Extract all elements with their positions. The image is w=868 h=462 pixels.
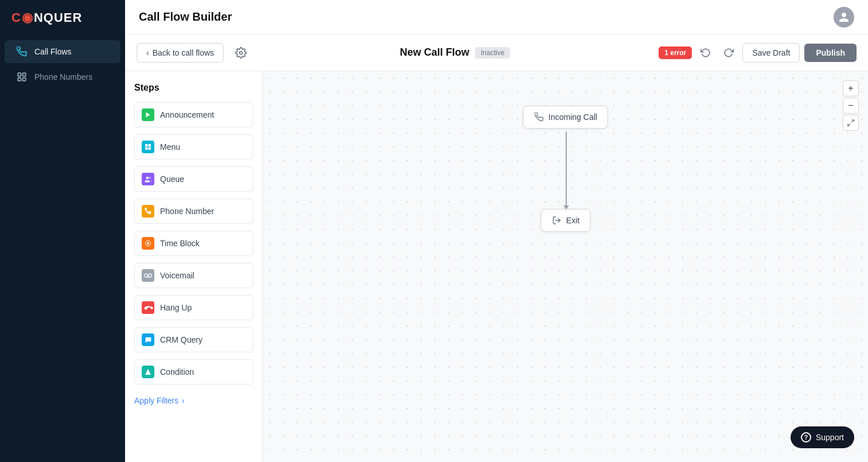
svg-marker-15 — [145, 369, 151, 375]
sidebar-item-label-call-flows: Call Flows — [34, 47, 72, 56]
main-content: Call Flow Builder ‹ Back to call flows N… — [125, 0, 868, 462]
fullscreen-button[interactable] — [843, 115, 859, 131]
svg-point-13 — [149, 274, 152, 277]
svg-rect-5 — [145, 144, 148, 147]
flow-canvas[interactable]: Incoming Call Exit + − — [263, 71, 868, 462]
svg-marker-4 — [146, 112, 150, 118]
sidebar-item-label-phone-numbers: Phone Numbers — [34, 72, 92, 81]
svg-rect-0 — [18, 73, 21, 76]
incoming-call-label: Incoming Call — [548, 112, 597, 122]
toolbar-center: New Call Flow Inactive — [258, 46, 652, 59]
support-label: Support — [816, 433, 844, 442]
apply-filters-button[interactable]: Apply Filters › — [134, 394, 253, 407]
save-draft-button[interactable]: Save Draft — [742, 43, 800, 63]
sidebar-nav: Call Flows Phone Numbers — [0, 36, 125, 93]
steps-title: Steps — [134, 83, 253, 93]
sidebar-item-phone-numbers[interactable]: Phone Numbers — [5, 65, 120, 88]
menu-icon — [142, 141, 154, 153]
announcement-icon — [142, 108, 154, 121]
exit-node-label: Exit — [566, 216, 579, 225]
toolbar-right: 1 error Save Draft Publish — [659, 43, 857, 63]
logo-text: C◉NQUER — [11, 10, 82, 25]
user-avatar[interactable] — [834, 7, 854, 28]
crm-query-icon — [142, 333, 154, 346]
support-icon: ? — [801, 432, 811, 442]
settings-button[interactable] — [231, 42, 251, 63]
redo-button[interactable] — [719, 44, 738, 62]
svg-line-18 — [848, 123, 850, 126]
grid-icon — [16, 71, 28, 83]
toolbar: ‹ Back to call flows New Call Flow Inact… — [125, 34, 868, 71]
page-title: Call Flow Builder — [139, 10, 834, 24]
step-condition-label: Condition — [160, 367, 194, 376]
sidebar: C◉NQUER Call Flows Phone Numbers — [0, 0, 125, 462]
step-time-block-label: Time Block — [160, 239, 200, 248]
step-menu[interactable]: Menu — [134, 134, 253, 160]
svg-rect-2 — [18, 78, 21, 81]
zoom-controls: + − — [843, 80, 859, 131]
flow-connector — [566, 131, 567, 209]
step-crm-query-label: CRM Query — [160, 335, 203, 344]
publish-button[interactable]: Publish — [804, 44, 857, 62]
step-phone-number[interactable]: Phone Number — [134, 199, 253, 224]
zoom-out-button[interactable]: − — [843, 98, 859, 114]
hang-up-icon — [142, 301, 154, 314]
sidebar-item-call-flows[interactable]: Call Flows — [5, 40, 120, 63]
voicemail-icon — [142, 269, 154, 282]
svg-rect-8 — [149, 147, 151, 150]
step-hang-up-label: Hang Up — [160, 303, 192, 312]
steps-panel: Steps Announcement Menu Queue — [125, 71, 263, 462]
logo: C◉NQUER — [0, 0, 125, 36]
step-menu-label: Menu — [160, 142, 180, 152]
svg-point-11 — [147, 242, 149, 244]
phone-icon — [16, 46, 28, 57]
canvas-area: Steps Announcement Menu Queue — [125, 71, 868, 462]
topbar: Call Flow Builder — [125, 0, 868, 34]
step-phone-number-label: Phone Number — [160, 207, 214, 216]
chevron-left-icon: ‹ — [146, 48, 149, 57]
apply-filters-label: Apply Filters — [134, 396, 178, 405]
exit-node[interactable]: Exit — [540, 209, 590, 232]
time-block-icon — [142, 237, 154, 250]
exit-icon — [551, 215, 562, 226]
flow-name: New Call Flow — [400, 46, 469, 59]
svg-point-12 — [145, 274, 148, 277]
step-hang-up[interactable]: Hang Up — [134, 295, 253, 320]
step-announcement[interactable]: Announcement — [134, 102, 253, 127]
step-crm-query[interactable]: CRM Query — [134, 327, 253, 352]
back-button[interactable]: ‹ Back to call flows — [137, 43, 224, 63]
step-time-block[interactable]: Time Block — [134, 231, 253, 256]
phone-number-icon — [142, 205, 154, 218]
queue-icon — [142, 173, 154, 185]
incoming-call-icon — [534, 112, 544, 122]
condition-icon — [142, 366, 154, 378]
step-queue-label: Queue — [160, 174, 184, 184]
step-queue[interactable]: Queue — [134, 166, 253, 192]
incoming-call-node[interactable]: Incoming Call — [523, 106, 608, 129]
undo-button[interactable] — [696, 44, 715, 62]
svg-rect-6 — [149, 144, 151, 147]
step-announcement-label: Announcement — [160, 110, 214, 119]
svg-point-9 — [146, 176, 148, 178]
error-badge: 1 error — [659, 46, 692, 59]
svg-rect-7 — [145, 147, 148, 150]
zoom-in-button[interactable]: + — [843, 80, 859, 96]
step-condition[interactable]: Condition — [134, 359, 253, 385]
svg-line-17 — [851, 120, 854, 122]
svg-rect-1 — [23, 73, 26, 76]
step-voicemail[interactable]: Voicemail — [134, 263, 253, 288]
status-badge: Inactive — [475, 47, 510, 59]
step-voicemail-label: Voicemail — [160, 271, 194, 280]
support-button[interactable]: ? Support — [791, 426, 854, 448]
chevron-right-icon: › — [182, 396, 185, 405]
back-button-label: Back to call flows — [153, 48, 214, 57]
svg-rect-3 — [23, 78, 26, 81]
